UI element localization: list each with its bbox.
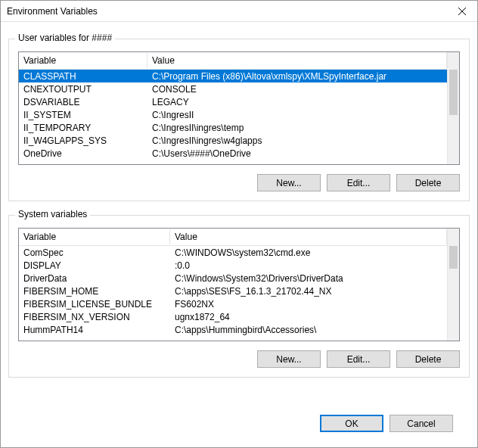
cell-value: C:\WINDOWS\system32\cmd.exe — [170, 247, 447, 258]
scrollbar-thumb[interactable] — [449, 70, 458, 115]
cancel-button[interactable]: Cancel — [390, 415, 453, 432]
table-row[interactable]: CNEXTOUTPUTCONSOLE — [19, 82, 447, 95]
close-button[interactable] — [447, 1, 477, 21]
dialog-footer: OK Cancel — [8, 409, 470, 443]
cell-value: C:\apps\Hummingbird\Accessories\ — [170, 325, 447, 335]
table-row[interactable]: DriverDataC:\Windows\System32\Drivers\Dr… — [19, 272, 447, 285]
system-edit-button[interactable]: Edit... — [327, 350, 390, 368]
col-header-value[interactable]: Value — [170, 229, 447, 244]
user-vars-group: User variables for #### Variable Value C… — [8, 39, 470, 201]
table-row[interactable]: II_TEMPORARYC:\IngresII\ingres\temp — [19, 121, 447, 134]
cell-variable: DISPLAY — [19, 260, 170, 271]
table-row[interactable]: DSVARIABLELEGACY — [19, 95, 447, 108]
table-row[interactable]: II_W4GLAPPS_SYSC:\IngresII\ingres\w4glap… — [19, 134, 447, 147]
table-row[interactable]: ComSpecC:\WINDOWS\system32\cmd.exe — [19, 246, 447, 259]
col-header-value[interactable]: Value — [147, 53, 447, 68]
cell-variable: FIBERSIM_HOME — [19, 286, 170, 297]
cell-value: C:\Program Files (x86)\Altova\xmlspy\XML… — [147, 71, 447, 82]
cell-value: CONSOLE — [147, 84, 447, 95]
system-vars-group-label: System variables — [15, 209, 90, 219]
close-icon — [458, 8, 466, 15]
table-row[interactable]: FIBERSIM_LICENSE_BUNDLEFS602NX — [19, 297, 447, 310]
cell-value: C:\Users\####\OneDrive — [147, 148, 447, 159]
cell-value: C:\IngresII\ingres\w4glapps — [147, 135, 447, 146]
col-header-variable[interactable]: Variable — [19, 53, 147, 68]
user-vars-group-label: User variables for #### — [15, 33, 115, 43]
table-row[interactable]: DISPLAY:0.0 — [19, 259, 447, 272]
user-delete-button[interactable]: Delete — [396, 174, 460, 191]
user-vars-list[interactable]: Variable Value CLASSPATHC:\Program Files… — [18, 51, 460, 165]
scrollbar-thumb[interactable] — [449, 246, 458, 269]
system-vars-list[interactable]: Variable Value ComSpecC:\WINDOWS\system3… — [18, 228, 460, 341]
cell-value: C:\IngresII\ingres\temp — [147, 123, 447, 133]
cell-variable: II_W4GLAPPS_SYS — [19, 135, 147, 146]
cell-value: LEGACY — [147, 97, 447, 107]
user-new-button[interactable]: New... — [257, 174, 321, 191]
table-row[interactable]: HummPATH14C:\apps\Hummingbird\Accessorie… — [19, 323, 447, 336]
cell-variable: CNEXTOUTPUT — [19, 84, 147, 95]
window-title: Environment Variables — [7, 6, 447, 17]
cell-value: ugnx1872_64 — [170, 312, 447, 322]
system-vars-header: Variable Value — [19, 229, 447, 246]
env-vars-dialog: Environment Variables User variables for… — [0, 0, 478, 448]
titlebar: Environment Variables — [1, 1, 477, 22]
cell-value: FS602NX — [170, 299, 447, 310]
cell-variable: CLASSPATH — [19, 71, 147, 82]
table-row[interactable]: II_SYSTEMC:\IngresII — [19, 108, 447, 121]
system-new-button[interactable]: New... — [257, 350, 321, 368]
cell-value: C:\Windows\System32\Drivers\DriverData — [170, 273, 447, 284]
system-delete-button[interactable]: Delete — [396, 350, 460, 368]
cell-variable: DriverData — [19, 273, 170, 284]
cell-variable: DSVARIABLE — [19, 97, 147, 107]
system-vars-group: System variables Variable Value ComSpecC… — [8, 215, 470, 378]
cell-value: C:\apps\SES\FS_16.1.3_21702.44_NX — [170, 286, 447, 297]
cell-variable: OneDrive — [19, 148, 147, 159]
table-row[interactable]: CLASSPATHC:\Program Files (x86)\Altova\x… — [19, 70, 447, 82]
user-vars-header: Variable Value — [19, 52, 447, 70]
cell-variable: HummPATH14 — [19, 325, 170, 335]
user-vars-scrollbar[interactable] — [447, 52, 459, 164]
system-vars-scrollbar[interactable] — [447, 229, 459, 341]
cell-value: C:\IngresII — [147, 110, 447, 120]
cell-value: :0.0 — [170, 260, 447, 271]
table-row[interactable]: FIBERSIM_HOMEC:\apps\SES\FS_16.1.3_21702… — [19, 285, 447, 297]
cell-variable: II_TEMPORARY — [19, 123, 147, 133]
ok-button[interactable]: OK — [320, 415, 383, 432]
cell-variable: FIBERSIM_NX_VERSION — [19, 312, 170, 322]
col-header-variable[interactable]: Variable — [19, 229, 170, 244]
cell-variable: II_SYSTEM — [19, 110, 147, 120]
cell-variable: ComSpec — [19, 247, 170, 258]
table-row[interactable]: FIBERSIM_NX_VERSIONugnx1872_64 — [19, 310, 447, 323]
table-row[interactable]: OneDriveC:\Users\####\OneDrive — [19, 147, 447, 160]
user-edit-button[interactable]: Edit... — [327, 174, 390, 191]
cell-variable: FIBERSIM_LICENSE_BUNDLE — [19, 299, 170, 310]
